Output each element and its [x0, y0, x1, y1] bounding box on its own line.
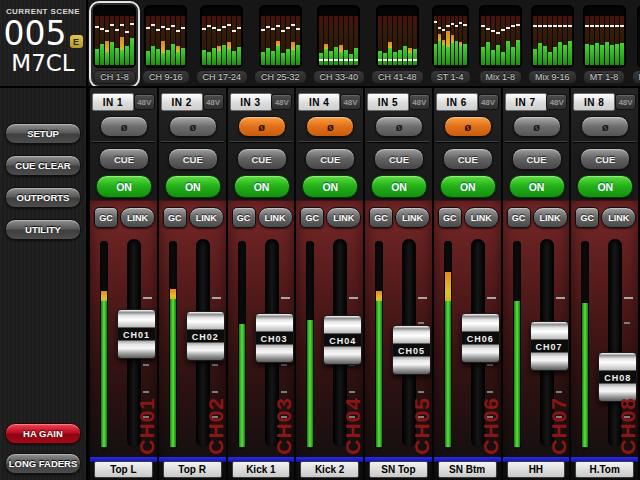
- on-button[interactable]: ON: [234, 175, 290, 198]
- phantom-48v-button[interactable]: 48V: [134, 94, 155, 110]
- fader-handle[interactable]: CH01: [117, 309, 156, 359]
- fader-handle[interactable]: CH04: [323, 315, 362, 365]
- tab-ch-25-32[interactable]: CH 25-32: [252, 3, 309, 86]
- on-button[interactable]: ON: [165, 175, 221, 198]
- link-button[interactable]: LINK: [464, 207, 499, 228]
- tab-meter-bridge: [432, 5, 469, 68]
- mini-meter-peak: [202, 28, 206, 30]
- on-button[interactable]: ON: [577, 175, 633, 198]
- gain-compensation-button[interactable]: GC: [232, 207, 256, 228]
- cue-button[interactable]: CUE: [237, 148, 287, 170]
- gain-compensation-button[interactable]: GC: [507, 207, 531, 228]
- mini-meter-peak: [334, 59, 338, 61]
- cue-button[interactable]: CUE: [580, 148, 630, 170]
- channel-name[interactable]: HH: [507, 461, 566, 478]
- tab-mt-1-8[interactable]: MT 1-8: [581, 3, 628, 86]
- phase-button[interactable]: ø: [375, 116, 423, 137]
- mini-meter-peak: [543, 25, 547, 27]
- phase-button[interactable]: ø: [169, 116, 217, 137]
- tab-st-1-4[interactable]: ST 1-4: [428, 3, 473, 86]
- phantom-48v-button[interactable]: 48V: [271, 94, 292, 110]
- link-button[interactable]: LINK: [533, 207, 568, 228]
- fader-handle[interactable]: CH03: [255, 313, 294, 363]
- tab-label: Mix 1-8: [479, 70, 523, 84]
- tab-ch-17-24[interactable]: CH 17-24: [194, 3, 251, 86]
- on-button[interactable]: ON: [371, 175, 427, 198]
- mini-meter-bar: [115, 16, 119, 65]
- strip-fader-section: GCLINKCH06CH06SN Btm: [434, 200, 501, 480]
- mini-meter-peak: [222, 26, 226, 28]
- channel-name[interactable]: Top L: [94, 461, 153, 478]
- phantom-48v-button[interactable]: 48V: [409, 94, 430, 110]
- cue-button[interactable]: CUE: [374, 148, 424, 170]
- mini-meter-green: [558, 42, 562, 65]
- console-model: M7CL: [11, 51, 74, 75]
- tab-mix-9-16[interactable]: Mix 9-16: [526, 3, 579, 86]
- phase-button[interactable]: ø: [581, 116, 629, 137]
- gain-compensation-button[interactable]: GC: [369, 207, 393, 228]
- cue-button[interactable]: CUE: [443, 148, 493, 170]
- sidebar-button-utility[interactable]: UTILITY: [5, 219, 81, 240]
- phantom-48v-button[interactable]: 48V: [615, 94, 636, 110]
- phantom-48v-button[interactable]: 48V: [340, 94, 361, 110]
- sidebar-button-outports[interactable]: OUTPORTS: [5, 187, 81, 208]
- gain-compensation-button[interactable]: GC: [163, 207, 187, 228]
- phantom-48v-button[interactable]: 48V: [478, 94, 499, 110]
- mini-meter-yellow: [442, 40, 445, 46]
- cue-button[interactable]: CUE: [168, 148, 218, 170]
- strip-fader-section: GCLINKCH02CH02Top R: [159, 200, 226, 480]
- phase-button[interactable]: ø: [100, 116, 148, 137]
- on-button[interactable]: ON: [96, 175, 152, 198]
- gain-compensation-button[interactable]: GC: [300, 207, 324, 228]
- long-faders-button[interactable]: LONG FADERS: [5, 453, 81, 474]
- channel-name[interactable]: SN Btm: [438, 461, 497, 478]
- fader-handle[interactable]: CH02: [186, 311, 225, 361]
- strip-top-section: IN 148VøCUEON: [90, 88, 157, 200]
- phase-button[interactable]: ø: [444, 116, 492, 137]
- sidebar-button-setup[interactable]: SETUP: [5, 123, 81, 144]
- mini-meter-peak: [516, 24, 520, 26]
- cue-button[interactable]: CUE: [512, 148, 562, 170]
- mini-meter-bar: [286, 16, 290, 65]
- link-button[interactable]: LINK: [601, 207, 636, 228]
- channel-name[interactable]: Top R: [163, 461, 222, 478]
- gain-compensation-button[interactable]: GC: [438, 207, 462, 228]
- tab-ch-33-40[interactable]: CH 33-40: [311, 3, 368, 86]
- fader-scale-tick: [418, 391, 424, 393]
- gain-compensation-button[interactable]: GC: [94, 207, 118, 228]
- mini-meter-bar: [202, 16, 206, 65]
- ha-gain-button[interactable]: HA GAIN: [5, 423, 81, 444]
- link-button[interactable]: LINK: [120, 207, 155, 228]
- channel-name[interactable]: Kick 2: [300, 461, 359, 478]
- channel-name[interactable]: Kick 1: [232, 461, 291, 478]
- tab-ch-41-48[interactable]: CH 41-48: [369, 3, 426, 86]
- divider: [230, 141, 293, 142]
- fader-handle[interactable]: CH08: [598, 352, 637, 402]
- phantom-48v-button[interactable]: 48V: [203, 94, 224, 110]
- fader-handle[interactable]: CH06: [461, 313, 500, 363]
- on-button[interactable]: ON: [509, 175, 565, 198]
- link-button[interactable]: LINK: [395, 207, 430, 228]
- channel-name[interactable]: SN Top: [369, 461, 428, 478]
- phase-button[interactable]: ø: [306, 116, 354, 137]
- fader-handle[interactable]: CH05: [392, 325, 431, 375]
- link-button[interactable]: LINK: [326, 207, 361, 228]
- link-button[interactable]: LINK: [258, 207, 293, 228]
- cue-button[interactable]: CUE: [305, 148, 355, 170]
- on-button[interactable]: ON: [302, 175, 358, 198]
- tab-mix-1-8[interactable]: Mix 1-8: [477, 3, 525, 86]
- phase-button[interactable]: ø: [238, 116, 286, 137]
- fader-handle[interactable]: CH07: [530, 321, 569, 371]
- sidebar-button-cue-clear[interactable]: CUE CLEAR: [5, 155, 81, 176]
- gain-compensation-button[interactable]: GC: [575, 207, 599, 228]
- tab-master[interactable]: Master: [630, 3, 640, 86]
- phantom-48v-button[interactable]: 48V: [546, 94, 567, 110]
- tab-ch-1-8[interactable]: CH 1-8: [91, 3, 138, 86]
- on-button[interactable]: ON: [440, 175, 496, 198]
- channel-name[interactable]: H.Tom: [575, 461, 634, 478]
- cue-button[interactable]: CUE: [99, 148, 149, 170]
- phase-button[interactable]: ø: [513, 116, 561, 137]
- mini-meter-green: [171, 44, 175, 65]
- link-button[interactable]: LINK: [189, 207, 224, 228]
- tab-ch-9-16[interactable]: CH 9-16: [140, 3, 192, 86]
